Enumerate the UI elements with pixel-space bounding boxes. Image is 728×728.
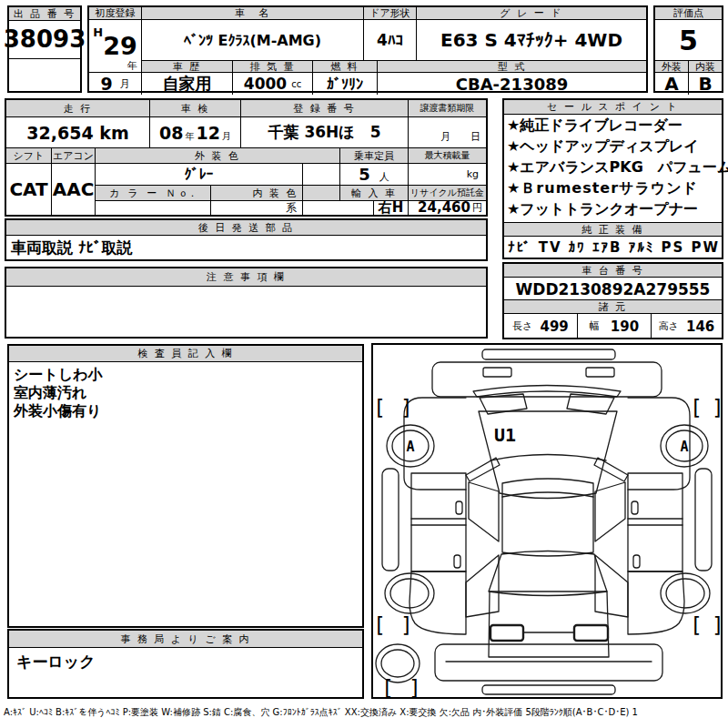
spec-height: 高さ 146 <box>652 315 722 338</box>
mileage-value: 32,654 km <box>6 117 149 147</box>
side-glass-left <box>469 482 499 541</box>
bracket-mark: [ <box>373 396 386 420</box>
c-pillar-left <box>466 555 499 617</box>
first-reg-month: 9 <box>100 74 112 94</box>
bracket-mark: ] <box>409 676 421 697</box>
rear-window <box>489 551 607 596</box>
first-reg-era: H <box>93 25 103 39</box>
recycle-value: 24,460 <box>418 199 470 216</box>
hood-crease-line <box>490 455 606 461</box>
max-load-label: 最大積載量 <box>409 148 486 163</box>
width-value: 190 <box>611 318 639 335</box>
chassis-value: WDD2130892A279555 <box>504 278 722 299</box>
a-pillar-right <box>594 458 628 481</box>
first-reg-year: 29 <box>103 32 137 60</box>
roof-panel <box>502 479 593 556</box>
cautions-label: 注 意 事 項 欄 <box>6 268 486 287</box>
transfer-value: 月 日 <box>409 117 486 147</box>
interior-grade: B <box>689 73 722 95</box>
c-pillar-right <box>595 555 628 617</box>
shipping-parts-box: 後 日 発 送 部 品 車両取説 ﾅﾋﾞ取説 <box>5 218 488 261</box>
bracket-mark: [ <box>690 396 703 420</box>
sales-point-item: ★フットトランクオープナー <box>504 199 722 220</box>
sales-points-box: セ ー ル ス ポ イ ン ト ★純正ドライブレコーダー ★ヘッドアップディスプ… <box>502 98 723 259</box>
spare-tire-inner <box>381 650 414 677</box>
interior-label: 内装 <box>689 61 722 72</box>
history-value: 自家用 <box>142 73 232 95</box>
fog-light-left <box>483 368 511 377</box>
shipping-parts-label: 後 日 発 送 部 品 <box>6 220 486 236</box>
recycle-cell: 24,460 円 <box>409 200 486 215</box>
capacity-value: 5 <box>359 165 370 184</box>
reg-no-value: 千葉 36Hほ 5 <box>241 117 408 147</box>
car-diagram-box: U1 A A [ ] [ ] [ ] [ ] [ ] <box>371 343 723 699</box>
inspector-note-line: 外装小傷有り <box>9 402 362 420</box>
door-handle-left-front <box>456 501 462 514</box>
displacement-value: 4000 <box>244 75 287 93</box>
door-panel-right <box>628 473 682 571</box>
inspector-note-line: 室内薄汚れ <box>9 384 362 402</box>
inspection-year-suffix: 年 <box>186 130 195 143</box>
vehicle-detail-table: 走 行 車 検 登 録 番 号 譲渡書類期限 32,654 km 08 年 12… <box>5 98 488 217</box>
rear-wheel-right-inner <box>666 579 704 608</box>
sales-points-title: セ ー ル ス ポ イ ン ト <box>504 100 722 115</box>
door-panel-left <box>411 473 466 571</box>
spec-length: 長さ 499 <box>504 315 577 338</box>
capacity-cell: 5 人 <box>340 163 408 185</box>
auction-no-box: 出 品 番 号 38093 <box>7 5 82 93</box>
score-label: 評価点 <box>655 7 722 20</box>
inspector-note-line: シートしわ小 <box>9 366 362 384</box>
door-handle-left-rear <box>454 555 460 568</box>
damage-code-legend: A:ｷｽﾞ U:ﾍｺﾐ B:ｷｽﾞを伴うﾍｺﾐ P:要塗装 W:補修跡 S:錆 … <box>4 704 726 721</box>
rear-quarter-left <box>410 571 466 634</box>
car-damage-diagram: U1 A A [ ] [ ] [ ] [ ] [ ] <box>373 345 721 697</box>
side-glass-right <box>595 482 625 541</box>
grade-value: E63 S 4ﾏﾁｯｸ+ 4WD <box>417 20 646 60</box>
inspection-month-suffix: 月 <box>222 130 231 143</box>
shipping-parts-value: 車両取説 ﾅﾋﾞ取説 <box>6 237 486 258</box>
vehicle-header-table: 初度登録 車 名 ドア形状 グ レ ー ド H 29 年 9 月 ﾍﾞﾝﾂ Eｸ… <box>87 5 648 93</box>
aircon-value: AAC <box>52 163 95 215</box>
shift-label: シフト <box>6 148 51 163</box>
max-load-unit: kg <box>409 163 486 185</box>
aircon-label: エアコン <box>52 148 95 163</box>
capacity-unit: 人 <box>379 170 389 184</box>
displacement-cell: 4000 cc <box>233 73 312 95</box>
bracket-mark: ] <box>712 613 721 637</box>
grade-label: グ レ ー ド <box>417 7 646 20</box>
inspection-cell: 08 年 12 月 <box>150 117 240 147</box>
equipment-label: 純 正 装 備 <box>504 223 722 237</box>
sales-point-item: ★ヘッドアップディスプレイ <box>504 136 722 157</box>
recycle-label: リサイクル預託金 <box>409 186 486 200</box>
first-reg-month-cell: 9 月 <box>89 73 141 95</box>
tail-light-right <box>574 625 608 641</box>
length-label: 長さ <box>512 319 532 333</box>
fuel-label: 燃 料 <box>313 61 377 72</box>
capacity-label: 乗車定員 <box>340 148 408 163</box>
a-pillar-left <box>466 458 500 481</box>
int-color-suffix: 系 <box>211 200 300 215</box>
ext-color-label: 外 装 色 <box>96 148 339 163</box>
damage-mark-u1: U1 <box>494 424 516 446</box>
first-reg-year-suffix: 年 <box>127 59 137 73</box>
first-reg-label: 初度登録 <box>89 7 141 20</box>
bracket-mark: ] <box>400 396 413 420</box>
rocker-panel-right <box>695 469 712 571</box>
office-value: キーロック <box>9 651 362 672</box>
displacement-label: 排 気 量 <box>233 61 312 72</box>
inspection-label: 車 検 <box>150 100 240 117</box>
score-value: 5 <box>655 20 722 60</box>
transfer-label: 譲渡書類期限 <box>409 100 486 117</box>
chassis-box: 車 台 番 号 WDD2130892A279555 諸 元 長さ 499 幅 1… <box>502 262 723 339</box>
model-code-value: CBA-213089 <box>378 73 646 95</box>
shift-value: CAT <box>6 163 51 215</box>
exterior-grade: A <box>655 73 688 95</box>
cautions-box: 注 意 事 項 欄 <box>5 267 488 339</box>
door-label: ドア形状 <box>364 7 416 20</box>
fog-light-right <box>586 368 614 377</box>
width-label: 幅 <box>590 319 600 333</box>
tail-light-left <box>490 625 523 641</box>
rocker-panel-left <box>382 469 399 571</box>
office-notice-box: 事 務 局 よ り ご 案 内 キーロック <box>7 629 364 699</box>
height-value: 146 <box>686 318 714 335</box>
